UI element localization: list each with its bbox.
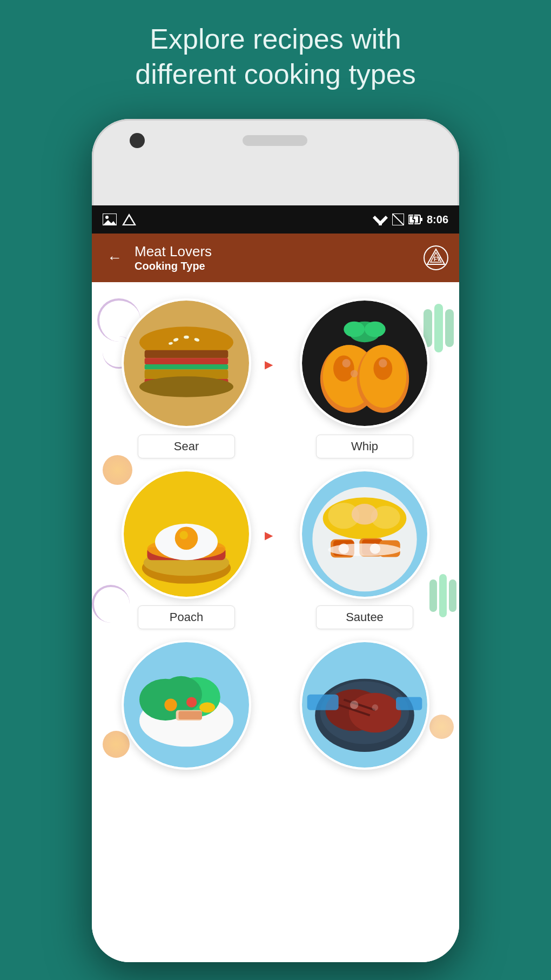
- phone-shell: 8:06 ← Meat Lovers Cooking Type FV: [92, 119, 459, 962]
- recipe-label-whip: Whip: [316, 435, 413, 458]
- phone-top-bar: [92, 119, 459, 162]
- recipe-card-whip[interactable]: Whip: [281, 298, 448, 458]
- svg-point-65: [370, 543, 380, 554]
- recipe-label-poach: Poach: [138, 605, 235, 629]
- recipe-label-sear: Sear: [138, 435, 235, 458]
- image-icon: [103, 214, 117, 225]
- header-line1: Explore recipes with: [150, 23, 401, 55]
- recipe-card-sautee[interactable]: Sautee: [281, 469, 448, 629]
- app-bar-title: Meat Lovers Cooking Type: [135, 243, 424, 272]
- clock: 8:06: [427, 214, 448, 226]
- status-right: 8:06: [373, 214, 448, 226]
- camera: [130, 133, 145, 148]
- svg-rect-11: [420, 218, 422, 221]
- svg-line-9: [392, 214, 404, 225]
- svg-point-26: [139, 376, 233, 397]
- svg-point-40: [365, 322, 386, 337]
- svg-marker-2: [103, 220, 117, 225]
- svg-rect-21: [145, 350, 229, 358]
- status-bar: 8:06: [92, 205, 459, 234]
- svg-point-41: [342, 359, 350, 367]
- svg-point-85: [350, 701, 358, 709]
- sear-arrow: ▶: [265, 358, 273, 371]
- phone-screen: 8:06 ← Meat Lovers Cooking Type FV: [92, 162, 459, 962]
- background: Explore recipes with different cooking t…: [0, 0, 551, 108]
- app-title-sub: Cooking Type: [135, 260, 424, 272]
- svg-point-57: [352, 504, 378, 525]
- svg-point-43: [379, 359, 387, 367]
- svg-point-51: [179, 531, 187, 539]
- svg-point-36: [333, 356, 354, 382]
- header-line2: different cooking types: [135, 58, 415, 90]
- app-logo: FV: [424, 245, 448, 270]
- recipe-label-sautee: Sautee: [316, 605, 413, 629]
- svg-point-1: [105, 216, 109, 219]
- svg-point-42: [351, 370, 358, 378]
- svg-point-64: [339, 543, 349, 554]
- svg-rect-23: [145, 364, 229, 370]
- svg-point-73: [199, 702, 215, 712]
- recipe-image-sautee: [300, 469, 429, 599]
- recipe-image-sear: [122, 298, 251, 428]
- header-text: Explore recipes with different cooking t…: [0, 0, 551, 108]
- recipe-image-whip: [300, 298, 429, 428]
- speaker: [243, 135, 307, 146]
- recipe-card-poach[interactable]: ▶ Poach: [103, 469, 270, 629]
- svg-point-39: [344, 322, 365, 337]
- battery-icon: [408, 215, 422, 224]
- nav-icon: [122, 214, 136, 225]
- svg-point-28: [184, 336, 189, 339]
- poach-arrow: ▶: [265, 529, 273, 542]
- svg-point-71: [164, 698, 177, 711]
- svg-point-72: [186, 697, 197, 708]
- svg-point-86: [372, 704, 379, 711]
- back-button[interactable]: ←: [103, 245, 126, 271]
- app-title-main: Meat Lovers: [135, 243, 424, 260]
- wifi-icon: [373, 214, 388, 225]
- recipe-card-row3-left[interactable]: [103, 640, 270, 770]
- recipe-image-row3-left: [122, 640, 251, 770]
- content-area: ▶ Sear: [92, 282, 459, 962]
- svg-rect-84: [396, 697, 422, 710]
- recipe-card-row3-right[interactable]: [281, 640, 448, 770]
- recipe-card-sear[interactable]: ▶ Sear: [103, 298, 270, 458]
- recipe-grid: ▶ Sear: [92, 282, 459, 781]
- recipe-image-poach: [122, 469, 251, 599]
- status-left: [103, 214, 136, 225]
- svg-text:FV: FV: [434, 256, 441, 262]
- recipe-image-row3-right: [300, 640, 429, 770]
- svg-rect-83: [307, 695, 339, 710]
- svg-rect-22: [145, 358, 229, 364]
- app-bar: ← Meat Lovers Cooking Type FV: [92, 234, 459, 282]
- svg-point-80: [349, 693, 401, 732]
- signal-icon: [392, 214, 404, 225]
- svg-rect-75: [179, 711, 203, 719]
